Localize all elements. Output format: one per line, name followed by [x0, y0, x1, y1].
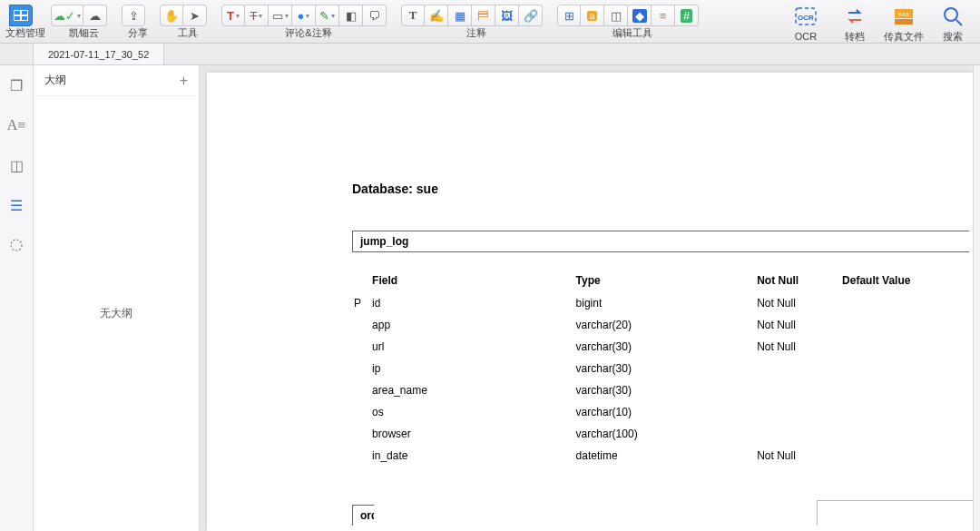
cell-default	[842, 292, 973, 314]
rail-outline-icon[interactable]: ☰	[7, 196, 25, 214]
schema-table-wrap: Field Type Not Null Default Value Pidbig…	[352, 269, 973, 467]
cell-default	[842, 336, 973, 358]
cell-type: varchar(30)	[576, 379, 758, 401]
cloud-upload-button[interactable]: ☁︎	[83, 5, 107, 26]
rail-bookmarks-icon[interactable]: ◫	[7, 156, 25, 174]
note-icon: 🗩	[368, 9, 380, 23]
image-button[interactable]: 🖼	[495, 5, 519, 26]
svg-text:FAX: FAX	[898, 12, 908, 17]
strikethrough-button[interactable]: T▾	[245, 5, 269, 26]
fax-button[interactable]: FAX	[886, 1, 922, 32]
svg-line-11	[956, 20, 962, 25]
cell-notnull	[757, 379, 842, 401]
cell-type: varchar(30)	[576, 336, 758, 358]
note-button[interactable]: 🗩	[363, 5, 387, 26]
edit-headerfooter-button[interactable]: ≡	[652, 5, 675, 26]
stamp-circle-button[interactable]: ●▾	[292, 5, 316, 26]
hand-tool-button[interactable]: ✋	[160, 5, 183, 26]
outline-empty-text: 无大纲	[34, 96, 199, 531]
document-tab[interactable]: 2021-07-11_17_30_52	[34, 44, 164, 64]
select-tool-button[interactable]: ➤	[183, 5, 207, 26]
ocr-button[interactable]: OCR	[788, 1, 824, 32]
cell-notnull: Not Null	[757, 314, 842, 336]
group-tools: ✋ ➤	[160, 5, 207, 26]
edit-tile1-button[interactable]: ⊞	[557, 5, 581, 26]
group-annotate-label: 注释	[401, 28, 552, 38]
share-button[interactable]: ⇪	[122, 5, 145, 26]
cell-type: varchar(10)	[576, 401, 758, 423]
rail-thumbnails-icon[interactable]: ❐	[7, 76, 25, 94]
svg-point-10	[945, 8, 957, 21]
svg-rect-1	[15, 11, 20, 15]
cell-field: ip	[372, 358, 576, 379]
hand-icon: ✋	[164, 9, 179, 23]
schema-header-row: Field Type Not Null Default Value	[354, 269, 973, 292]
cell-field: url	[372, 336, 576, 358]
search-button[interactable]	[935, 1, 971, 32]
cloud-icon: ☁︎	[89, 9, 101, 23]
table-row: area_namevarchar(30)	[354, 379, 973, 401]
hdr-type: Type	[576, 269, 758, 292]
cell-notnull: Not Null	[757, 445, 842, 467]
table-row: appvarchar(20)Not Null	[354, 314, 973, 336]
page-a-icon: a	[587, 11, 598, 21]
sign-button[interactable]: ✍	[425, 5, 448, 26]
document-tabbar: 2021-07-11_17_30_52	[0, 44, 980, 65]
table-row: PidbigintNot Null	[354, 292, 973, 314]
table-ann-button[interactable]: ▦	[448, 5, 472, 26]
table-name-box: jump_log	[352, 231, 969, 252]
thumbnail-icon	[14, 10, 28, 21]
ocr-label: OCR	[784, 32, 828, 42]
edit-crop-button[interactable]: ◫	[604, 5, 628, 26]
cloud-sync-button[interactable]: ☁︎✓▾	[51, 5, 83, 26]
freehand-button[interactable]: ✎▾	[316, 5, 339, 26]
hdr-field: Field	[372, 269, 576, 292]
cell-default	[842, 423, 973, 445]
cell-default	[842, 401, 973, 423]
strike-t-icon: T	[250, 9, 258, 23]
outline-title: 大纲	[44, 73, 66, 88]
pencil-icon: ✎	[319, 9, 329, 23]
crop-icon: ◫	[611, 9, 622, 23]
cell-pk	[354, 336, 372, 358]
table-row: urlvarchar(30)Not Null	[354, 336, 973, 358]
edit-doc-button[interactable]: a	[581, 5, 604, 26]
cursor-icon: ➤	[190, 9, 200, 23]
document-viewer[interactable]: Database: sue jump_log Field Type Not Nu…	[200, 65, 973, 531]
rail-ocr-icon[interactable]	[7, 236, 25, 254]
link-button[interactable]: 🔗	[519, 5, 543, 26]
cell-field: id	[372, 292, 576, 314]
stamp-button[interactable]: ⛿	[472, 5, 495, 26]
cell-pk	[354, 379, 372, 401]
thumbnail-view-button[interactable]	[9, 5, 33, 26]
textbox-button[interactable]: T	[401, 5, 425, 26]
svg-point-12	[11, 240, 22, 251]
toolbar: 文档管理 ☁︎✓▾ ☁︎ 凯钿云 ⇪ 分享 ✋ ➤ 工具	[0, 0, 980, 44]
db-title: Database: sue	[352, 182, 973, 196]
group-share-label: 分享	[122, 28, 154, 38]
outline-panel: 大纲 + 无大纲	[34, 65, 200, 531]
page-right-box	[817, 500, 973, 526]
edit-bates-button[interactable]: #	[675, 5, 699, 26]
image-icon: 🖼	[501, 9, 513, 23]
shape-button[interactable]: ▭▾	[269, 5, 292, 26]
text-highlight-button[interactable]: T▾	[221, 5, 245, 26]
cell-pk	[354, 445, 372, 467]
cell-notnull	[757, 358, 842, 379]
eraser-button[interactable]: ◧	[339, 5, 363, 26]
edit-whiteout-button[interactable]: ◆	[628, 5, 652, 26]
hdr-notnull: Not Null	[757, 269, 842, 292]
schema-table: Field Type Not Null Default Value Pidbig…	[354, 269, 973, 467]
search-label: 搜索	[931, 32, 975, 42]
cell-pk	[354, 358, 372, 379]
cell-field: in_date	[372, 445, 576, 467]
cell-notnull	[757, 401, 842, 423]
table2-name: ord	[360, 509, 374, 522]
convert-button[interactable]	[837, 1, 873, 32]
search-icon	[941, 5, 965, 28]
rail-text-icon[interactable]: A≡	[7, 116, 25, 134]
outline-add-button[interactable]: +	[180, 73, 188, 89]
cell-pk: P	[354, 292, 372, 314]
cell-default	[842, 314, 973, 336]
convert-label: 转档	[833, 32, 877, 42]
